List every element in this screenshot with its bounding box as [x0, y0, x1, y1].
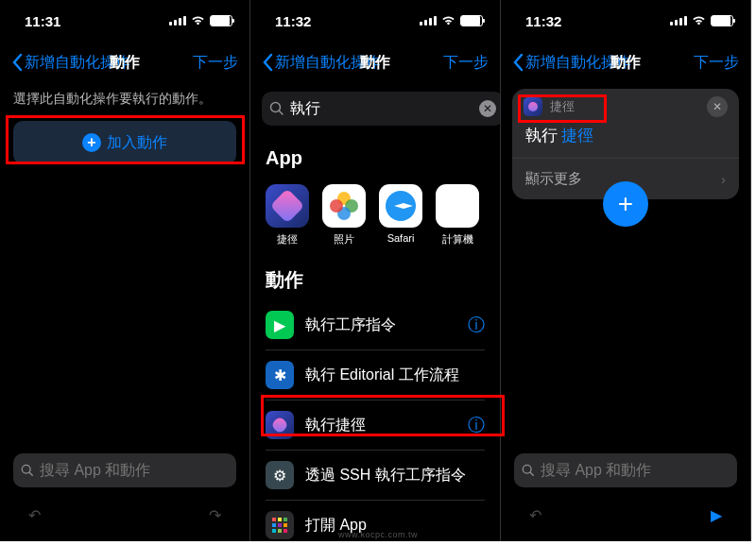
shortcuts-icon [266, 184, 309, 228]
time: 11:32 [275, 13, 311, 29]
shortcuts-icon [524, 97, 542, 116]
watermark: www.kocpc.com.tw [338, 530, 418, 539]
card-title: 捷徑 [550, 98, 699, 115]
app-calculator[interactable]: 計算機 [436, 184, 479, 247]
grid-icon [266, 511, 294, 539]
svg-rect-15 [272, 529, 276, 533]
action-section-header: 動作 [250, 254, 500, 300]
search-icon [522, 463, 535, 478]
svg-rect-13 [278, 523, 282, 527]
editorial-icon: ✱ [266, 361, 294, 389]
wifi-icon [692, 16, 706, 26]
info-icon[interactable]: ⓘ [468, 314, 485, 336]
battery-icon [711, 15, 733, 26]
svg-line-1 [29, 472, 32, 475]
action-run-shortcut[interactable]: 執行捷徑 ⓘ [266, 400, 485, 451]
signal-icon [670, 16, 687, 26]
search-icon [21, 463, 34, 478]
add-action-button[interactable]: + 加入動作 [13, 121, 236, 164]
svg-point-7 [330, 199, 343, 213]
calculator-icon [436, 184, 479, 228]
svg-line-3 [280, 111, 284, 115]
signal-icon [169, 16, 186, 26]
time: 11:31 [25, 13, 60, 29]
search-field[interactable] [290, 100, 479, 117]
svg-line-19 [530, 472, 533, 475]
svg-rect-17 [284, 529, 287, 533]
status-icons [169, 15, 232, 26]
shortcuts-icon [266, 411, 294, 439]
chevron-right-icon: › [721, 171, 726, 187]
action-run-editorial[interactable]: ✱ 執行 Editorial 工作流程 [266, 350, 485, 400]
svg-rect-11 [284, 518, 287, 521]
status-icons [670, 15, 733, 26]
status-icons [420, 15, 483, 26]
nav-bar: 新增自動化操作 動作 下一步 [0, 42, 249, 83]
action-run-ssh[interactable]: ⚙ 透過 SSH 執行工序指令 [266, 451, 485, 501]
nav-title: 動作 [360, 53, 390, 73]
search-input[interactable] [13, 453, 236, 487]
nav-bar: 新增自動化操作 動作 下一步 [250, 42, 500, 83]
search-field[interactable] [40, 462, 229, 479]
clear-search-button[interactable]: ✕ [479, 100, 496, 117]
next-button[interactable]: 下一步 [694, 53, 739, 73]
card-action-text: 執行捷徑 [512, 125, 739, 158]
app-safari[interactable]: Safari [379, 184, 422, 247]
undo-button[interactable]: ↶ [28, 506, 41, 524]
svg-rect-10 [278, 518, 282, 521]
wifi-icon [441, 16, 455, 26]
status-bar: 11:32 [250, 0, 500, 42]
svg-rect-14 [284, 523, 287, 527]
next-button[interactable]: 下一步 [443, 53, 489, 73]
app-shortcuts[interactable]: 捷徑 [266, 184, 309, 247]
app-photos[interactable]: 照片 [322, 184, 366, 247]
shortcut-param[interactable]: 捷徑 [561, 127, 593, 145]
time: 11:32 [525, 13, 561, 29]
plus-icon: + [82, 133, 101, 152]
wifi-icon [191, 16, 205, 26]
safari-icon [379, 184, 422, 228]
description-text: 選擇此自動化操作要執行的動作。 [0, 83, 249, 115]
gear-icon: ⚙ [266, 461, 294, 489]
svg-rect-12 [272, 523, 276, 527]
terminal-icon: ▶ [266, 311, 294, 339]
action-run-script[interactable]: ▶ 執行工序指令 ⓘ [266, 300, 485, 350]
status-bar: 11:31 [0, 0, 249, 42]
battery-icon [460, 15, 483, 26]
info-icon[interactable]: ⓘ [468, 414, 485, 436]
add-button[interactable]: + [603, 181, 648, 227]
search-input[interactable] [514, 453, 737, 487]
chevron-left-icon [512, 53, 524, 72]
nav-bar: 新增自動化操作 動作 下一步 [501, 42, 750, 83]
redo-button[interactable]: ↷ [209, 506, 221, 524]
next-button[interactable]: 下一步 [193, 53, 238, 73]
search-input[interactable]: ✕ [262, 92, 501, 126]
nav-title: 動作 [110, 53, 140, 73]
svg-rect-9 [272, 518, 276, 521]
nav-title: 動作 [610, 53, 641, 73]
chevron-left-icon [262, 53, 273, 72]
app-section-header: App [250, 134, 500, 177]
battery-icon [210, 15, 232, 26]
play-button[interactable]: ▶ [711, 506, 722, 524]
signal-icon [420, 16, 437, 26]
undo-button[interactable]: ↶ [529, 506, 541, 524]
chevron-left-icon [11, 53, 23, 72]
svg-rect-16 [278, 529, 282, 533]
search-icon [269, 101, 284, 116]
status-bar: 11:32 [501, 0, 750, 42]
photos-icon [322, 184, 366, 228]
search-field[interactable] [541, 462, 730, 479]
close-card-button[interactable]: ✕ [707, 96, 728, 117]
